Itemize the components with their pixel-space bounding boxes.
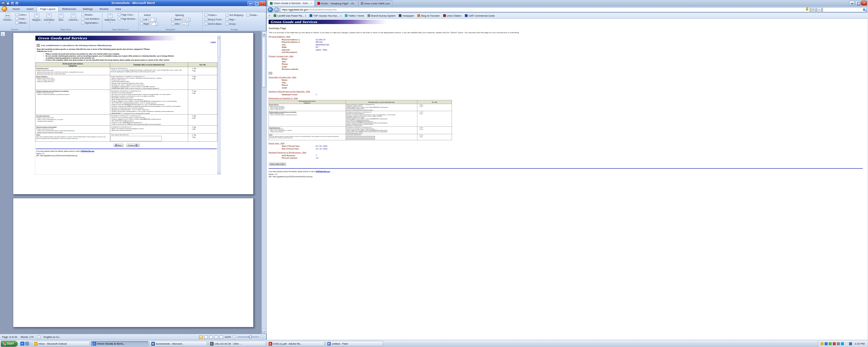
view-print-layout-icon[interactable] (199, 335, 203, 339)
word-titlebar[interactable]: Screenshots - Microsoft Word (0, 0, 266, 6)
arrange-button[interactable]: Send to Back (204, 22, 224, 26)
chevron-down-icon[interactable] (340, 15, 341, 17)
ribbon-tab[interactable]: View (112, 6, 124, 12)
tray-icon[interactable] (841, 342, 844, 345)
word-vertical-scrollbar[interactable] (261, 31, 267, 334)
spinner-value[interactable]: 0 pt (182, 18, 191, 21)
ribbon-small-button[interactable]: Hyphenation (81, 21, 101, 25)
browser-viewport[interactable]: Green Goods and Services Summary Page Th… (267, 19, 868, 340)
tray-icon[interactable] (845, 342, 848, 345)
back-button[interactable]: Back (114, 144, 123, 147)
themes-button[interactable]: Themes (1, 13, 14, 21)
describe-textarea[interactable] (346, 136, 375, 140)
arrange-button[interactable]: Text Wrapping (225, 13, 245, 17)
describe-textarea[interactable] (111, 136, 162, 141)
favorites-item[interactable]: TSP: Access Your Acc... (308, 14, 343, 18)
zoom-in-icon[interactable]: + (260, 335, 264, 339)
tray-icon[interactable] (821, 342, 824, 345)
ribbon-tab[interactable]: Review (96, 6, 112, 12)
close-button[interactable] (861, 1, 867, 5)
status-word-count[interactable]: Words: 174 (21, 335, 34, 339)
help-email-link[interactable]: GGSHelp@bls.gov (316, 170, 330, 172)
arrange-button[interactable]: Group (225, 22, 245, 26)
no-radio[interactable] (419, 129, 420, 130)
primary-contact-edit-link[interactable]: Primary Contact Info - Edit (269, 55, 293, 57)
taskbar-button[interactable]: C 146.142.40.39 - Citrix ... (208, 341, 266, 346)
ribbon-tab[interactable]: Insert (23, 6, 37, 12)
paragraph-spinner[interactable]: Left: 0" (140, 18, 170, 21)
submit-button[interactable]: Submit data to BLS (269, 163, 286, 166)
no-option[interactable]: No (192, 93, 216, 94)
ribbon-small-button[interactable]: Breaks (81, 13, 101, 17)
yes-radio[interactable] (192, 76, 193, 77)
ribbon-small-button[interactable]: Colors (15, 13, 28, 17)
no-radio[interactable] (192, 129, 193, 130)
no-option[interactable]: No (192, 70, 216, 72)
zoom-thumb[interactable] (250, 335, 252, 339)
ribbon-small-button[interactable]: Page Color (117, 13, 137, 17)
no-radio[interactable] (419, 106, 420, 107)
favorites-item[interactable]: Union Station (442, 14, 463, 18)
yes-option[interactable]: Yes (419, 127, 451, 128)
help-email-link[interactable]: GGSHelp@bls.gov (81, 150, 94, 152)
continue-button[interactable]: Continue (126, 144, 139, 147)
taskbar-button[interactable]: O Inbox - Microsoft Outlook (32, 341, 90, 346)
no-option[interactable]: No (192, 136, 216, 138)
maximize-button[interactable] (254, 1, 259, 5)
scroll-thumb[interactable] (218, 39, 221, 58)
view-outline-icon[interactable] (214, 335, 218, 339)
clock[interactable]: 2:23 PM (854, 342, 865, 345)
tab-close-icon[interactable] (311, 2, 312, 4)
spinner-value[interactable]: 0" (149, 18, 157, 21)
quick-launch-icon[interactable]: e (20, 342, 24, 346)
fiscal-year-edit-link[interactable]: Fiscal Year - Edit (269, 142, 284, 144)
taskbar-button[interactable]: W Screenshots - Microsof... (150, 341, 207, 346)
tray-icon[interactable] (825, 342, 828, 345)
yes-option[interactable]: Yes (419, 135, 451, 136)
view-draft-icon[interactable] (219, 335, 223, 339)
favorites-item[interactable]: Citi® Commercial Cards (463, 14, 496, 18)
ribbon-big-button[interactable]: Orientation (43, 13, 55, 24)
yes-radio[interactable] (192, 127, 193, 128)
search-icon[interactable] (863, 8, 865, 11)
yes-radio[interactable] (419, 112, 420, 113)
document-area[interactable]: Green Goods and Services Logout 4 Your e… (0, 31, 267, 334)
spinner-value[interactable]: 0" (150, 22, 158, 26)
favorites-item[interactable]: Landfill Gas Power Pla... (272, 14, 308, 18)
view-web-layout-icon[interactable] (209, 335, 213, 339)
no-option[interactable]: No (419, 106, 451, 107)
form-scrollbar[interactable] (218, 36, 221, 175)
ribbon-tab[interactable]: Home (9, 6, 23, 12)
physical-address-edit-link[interactable]: Physical Address - Edit (269, 36, 290, 38)
logout-link[interactable]: Logout (211, 41, 216, 43)
arrange-button[interactable]: Align (225, 17, 245, 22)
search-box[interactable] (823, 7, 867, 12)
undo-icon[interactable] (11, 1, 14, 5)
taskbar-button[interactable]: e Green Goods & Servi... (91, 341, 149, 346)
paragraph-spinner[interactable]: Before: 0 pt (171, 18, 201, 21)
tray-icon[interactable] (833, 342, 836, 345)
paragraph-spinner[interactable]: After: 0 pt (171, 22, 201, 26)
tray-icon[interactable] (849, 342, 852, 345)
save-icon[interactable] (6, 1, 10, 5)
yes-radio[interactable] (192, 68, 193, 69)
revenue-edit-link[interactable]: Worksite Revenue or Employment - Edit (269, 151, 306, 154)
browser-tab[interactable]: RUSH - "Headlong Flight" - Of... (315, 0, 358, 6)
scroll-down-icon[interactable] (262, 329, 266, 333)
ribbon-small-button[interactable]: Line Numbers (81, 17, 101, 21)
forward-button[interactable] (274, 7, 279, 12)
browser-tab[interactable]: Green Goods & Services - Sum... (268, 0, 315, 6)
yes-radio[interactable] (419, 104, 420, 105)
ribbon-tab[interactable]: Page Layout (37, 6, 59, 12)
redo-icon[interactable] (15, 1, 19, 5)
favorites-item[interactable]: Brandt Survey System (366, 14, 397, 18)
yes-radio[interactable] (419, 127, 420, 128)
no-option[interactable]: No (419, 129, 451, 130)
minimize-button[interactable] (849, 1, 855, 5)
arrange-button[interactable]: Position (204, 13, 224, 17)
yes-radio[interactable] (192, 135, 193, 136)
office-button[interactable] (2, 6, 7, 12)
close-button[interactable] (260, 1, 265, 5)
favorites-star-icon[interactable] (268, 14, 271, 17)
tray-icon[interactable] (837, 342, 840, 345)
